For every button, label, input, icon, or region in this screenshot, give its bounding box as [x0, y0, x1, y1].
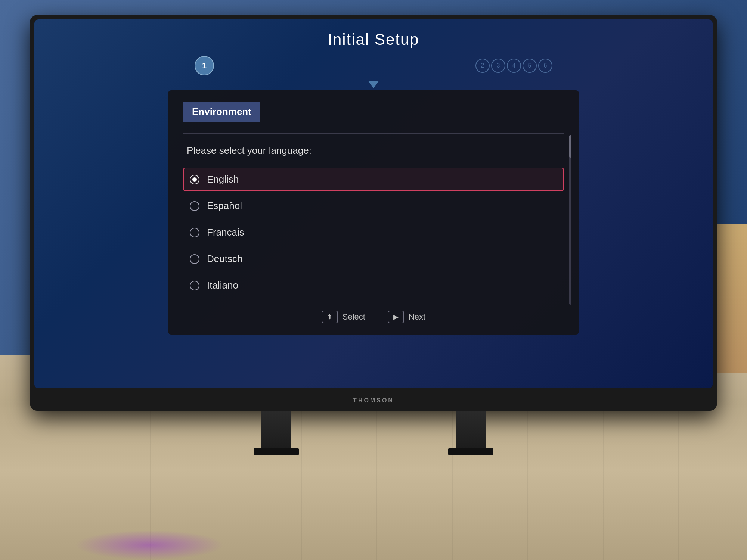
tv-leg-right: [456, 411, 486, 455]
divider: [183, 133, 564, 134]
step-line: [214, 66, 475, 66]
radio-dot-english: [192, 177, 197, 182]
next-hint[interactable]: ▶ Next: [388, 311, 425, 323]
tv-brand-label: THOMSON: [353, 397, 394, 404]
step-2[interactable]: 2: [475, 59, 490, 73]
step-4[interactable]: 4: [507, 59, 521, 73]
language-option-deutsch[interactable]: Deutsch: [183, 247, 564, 271]
next-icon[interactable]: ▶: [388, 311, 404, 323]
bottom-bar: ⬍ Select ▶ Next: [183, 305, 564, 323]
tv-screen: Initial Setup 1 2 3 4 5 6: [34, 19, 713, 388]
screen-content: Initial Setup 1 2 3 4 5 6: [34, 19, 713, 388]
language-label-english: English: [207, 174, 239, 185]
tv-bezel: Initial Setup 1 2 3 4 5 6: [34, 19, 713, 388]
language-option-english[interactable]: English: [183, 168, 564, 191]
radio-circle-italiano: [190, 281, 199, 290]
scrollbar[interactable]: [569, 135, 571, 305]
language-label-italiano: Italiano: [207, 280, 238, 291]
select-icon: ⬍: [322, 311, 338, 323]
tv-legs: [261, 411, 486, 455]
step-1-active[interactable]: 1: [195, 56, 214, 75]
step-indicators: 1 2 3 4 5 6: [53, 56, 694, 75]
language-option-italiano[interactable]: Italiano: [183, 274, 564, 297]
tv-frame: Initial Setup 1 2 3 4 5 6: [30, 15, 717, 411]
step-3[interactable]: 3: [491, 59, 505, 73]
language-list: English Español Français Deutsch: [183, 168, 564, 297]
section-title: Environment: [192, 106, 251, 117]
step-inactive-group: 2 3 4 5 6: [475, 59, 552, 73]
scrollbar-thumb[interactable]: [569, 135, 571, 158]
select-label: Select: [342, 312, 365, 322]
step-6[interactable]: 6: [538, 59, 552, 73]
language-option-francais[interactable]: Français: [183, 221, 564, 244]
next-label: Next: [409, 312, 425, 322]
radio-circle-english: [190, 175, 199, 184]
language-option-espanol[interactable]: Español: [183, 194, 564, 218]
tv-leg-left: [261, 411, 291, 455]
language-label-francais: Français: [207, 227, 244, 238]
step-5[interactable]: 5: [523, 59, 537, 73]
language-label-deutsch: Deutsch: [207, 253, 242, 265]
language-prompt: Please select your language:: [183, 145, 564, 156]
select-hint: ⬍ Select: [322, 311, 365, 323]
radio-circle-deutsch: [190, 254, 199, 264]
language-label-espanol: Español: [207, 200, 242, 212]
setup-title: Initial Setup: [53, 31, 694, 49]
radio-circle-francais: [190, 228, 199, 237]
purple-light-decoration: [75, 530, 224, 560]
section-header: Environment: [183, 102, 260, 122]
radio-circle-espanol: [190, 201, 199, 211]
triangle-pointer: [368, 81, 379, 88]
main-panel: Environment Please select your language:…: [168, 90, 579, 335]
